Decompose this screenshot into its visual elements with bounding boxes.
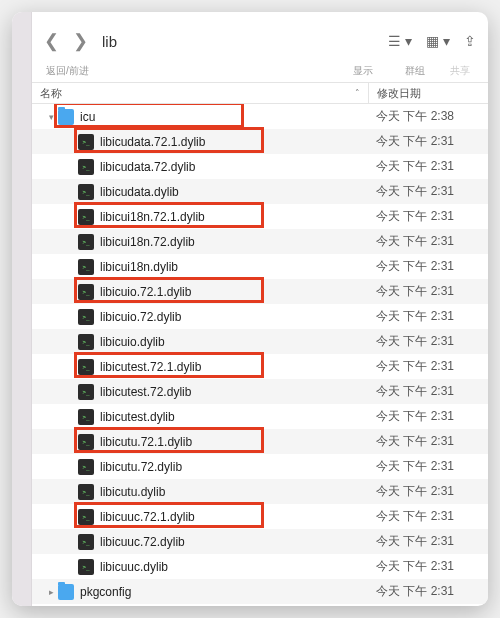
- date-col-label: 修改日期: [377, 86, 421, 101]
- dylib-file-icon: [78, 384, 94, 400]
- file-name: libicui18n.72.dylib: [100, 235, 368, 249]
- file-row[interactable]: libicudata.dylib今天 下午 2:31: [32, 179, 488, 204]
- dylib-file-icon: [78, 259, 94, 275]
- dylib-file-icon: [78, 484, 94, 500]
- dylib-file-icon: [78, 409, 94, 425]
- file-list[interactable]: ▾icu今天 下午 2:38libicudata.72.1.dylib今天 下午…: [32, 104, 488, 606]
- dylib-file-icon: [78, 284, 94, 300]
- share-sublabel: 共享: [444, 64, 476, 78]
- nav-sublabel: 返回/前进: [46, 64, 89, 78]
- dylib-file-icon: [78, 184, 94, 200]
- file-row[interactable]: libicutu.72.1.dylib今天 下午 2:31: [32, 429, 488, 454]
- modified-date: 今天 下午 2:31: [368, 308, 488, 325]
- file-row[interactable]: libicuuc.72.1.dylib今天 下午 2:31: [32, 504, 488, 529]
- file-name: libicuio.72.1.dylib: [100, 285, 368, 299]
- file-name: libicuio.72.dylib: [100, 310, 368, 324]
- file-name: libicudata.72.1.dylib: [100, 135, 368, 149]
- modified-date: 今天 下午 2:31: [368, 433, 488, 450]
- file-name: libicuio.dylib: [100, 335, 368, 349]
- file-row[interactable]: libicutest.72.1.dylib今天 下午 2:31: [32, 354, 488, 379]
- column-header-name[interactable]: 名称 ˄: [32, 83, 368, 103]
- dylib-file-icon: [78, 434, 94, 450]
- file-name: libicutu.dylib: [100, 485, 368, 499]
- file-row[interactable]: libicuio.72.dylib今天 下午 2:31: [32, 304, 488, 329]
- modified-date: 今天 下午 2:31: [368, 358, 488, 375]
- folder-icon: [58, 584, 74, 600]
- file-name: libicudata.dylib: [100, 185, 368, 199]
- window-title: lib: [102, 33, 117, 50]
- modified-date: 今天 下午 2:31: [368, 533, 488, 550]
- file-row[interactable]: libicui18n.dylib今天 下午 2:31: [32, 254, 488, 279]
- modified-date: 今天 下午 2:31: [368, 458, 488, 475]
- file-row[interactable]: libicudata.72.dylib今天 下午 2:31: [32, 154, 488, 179]
- disclosure-triangle[interactable]: ▸: [44, 587, 58, 597]
- file-name: pkgconfig: [80, 585, 368, 599]
- sidebar-strip: [12, 12, 32, 606]
- file-name: libicutest.dylib: [100, 410, 368, 424]
- modified-date: 今天 下午 2:31: [368, 208, 488, 225]
- toolbar-sublabels: 返回/前进 显示 群组 共享: [32, 64, 488, 82]
- name-col-label: 名称: [40, 86, 62, 101]
- file-name: libicutest.72.1.dylib: [100, 360, 368, 374]
- toolbar: ❮ ❯ lib ☰ ▾ ▦ ▾ ⇪: [32, 12, 488, 64]
- sort-ascending-icon: ˄: [355, 88, 360, 98]
- dylib-file-icon: [78, 559, 94, 575]
- column-header-date[interactable]: 修改日期: [368, 83, 488, 103]
- group-by-button[interactable]: ▦ ▾: [426, 34, 450, 48]
- grid-icon: ▦ ▾: [426, 34, 450, 48]
- column-header: 名称 ˄ 修改日期: [32, 82, 488, 104]
- modified-date: 今天 下午 2:31: [368, 183, 488, 200]
- file-name: libicudata.72.dylib: [100, 160, 368, 174]
- modified-date: 今天 下午 2:31: [368, 408, 488, 425]
- folder-row[interactable]: ▸pkgconfig今天 下午 2:31: [32, 579, 488, 604]
- modified-date: 今天 下午 2:31: [368, 233, 488, 250]
- modified-date: 今天 下午 2:31: [368, 483, 488, 500]
- group-sublabel: 群组: [392, 64, 438, 78]
- modified-date: 今天 下午 2:31: [368, 383, 488, 400]
- file-row[interactable]: libicui18n.72.dylib今天 下午 2:31: [32, 229, 488, 254]
- file-row[interactable]: libicudata.72.1.dylib今天 下午 2:31: [32, 129, 488, 154]
- file-row[interactable]: libicutest.dylib今天 下午 2:31: [32, 404, 488, 429]
- modified-date: 今天 下午 2:31: [368, 583, 488, 600]
- file-name: libicuuc.dylib: [100, 560, 368, 574]
- modified-date: 今天 下午 2:31: [368, 558, 488, 575]
- file-row[interactable]: libicuio.72.1.dylib今天 下午 2:31: [32, 279, 488, 304]
- file-row[interactable]: libicuuc.72.dylib今天 下午 2:31: [32, 529, 488, 554]
- modified-date: 今天 下午 2:31: [368, 158, 488, 175]
- list-view-icon: ☰ ▾: [388, 34, 412, 48]
- view-sublabel: 显示: [340, 64, 386, 78]
- forward-button[interactable]: ❯: [73, 30, 88, 52]
- modified-date: 今天 下午 2:31: [368, 283, 488, 300]
- dylib-file-icon: [78, 459, 94, 475]
- modified-date: 今天 下午 2:31: [368, 333, 488, 350]
- file-name: libicutest.72.dylib: [100, 385, 368, 399]
- dylib-file-icon: [78, 134, 94, 150]
- dylib-file-icon: [78, 334, 94, 350]
- back-button[interactable]: ❮: [44, 30, 59, 52]
- folder-row[interactable]: ▾icu今天 下午 2:38: [32, 104, 488, 129]
- dylib-file-icon: [78, 234, 94, 250]
- file-row[interactable]: libicui18n.72.1.dylib今天 下午 2:31: [32, 204, 488, 229]
- file-name: icu: [80, 110, 368, 124]
- file-row[interactable]: libicuuc.dylib今天 下午 2:31: [32, 554, 488, 579]
- dylib-file-icon: [78, 359, 94, 375]
- view-mode-button[interactable]: ☰ ▾: [388, 34, 412, 48]
- share-icon: ⇪: [464, 34, 476, 48]
- file-row[interactable]: libicutu.dylib今天 下午 2:31: [32, 479, 488, 504]
- file-name: libicuuc.72.1.dylib: [100, 510, 368, 524]
- file-name: libicutu.72.1.dylib: [100, 435, 368, 449]
- dylib-file-icon: [78, 309, 94, 325]
- file-row[interactable]: libicutu.72.dylib今天 下午 2:31: [32, 454, 488, 479]
- dylib-file-icon: [78, 534, 94, 550]
- dylib-file-icon: [78, 209, 94, 225]
- disclosure-triangle[interactable]: ▾: [44, 112, 58, 122]
- file-row[interactable]: libicutest.72.dylib今天 下午 2:31: [32, 379, 488, 404]
- file-row[interactable]: libicuio.dylib今天 下午 2:31: [32, 329, 488, 354]
- share-button[interactable]: ⇪: [464, 34, 476, 48]
- file-name: libicutu.72.dylib: [100, 460, 368, 474]
- finder-window: ❮ ❯ lib ☰ ▾ ▦ ▾ ⇪ 返回/前进 显示 群组 共享 名称 ˄: [12, 12, 488, 606]
- content-area: ❮ ❯ lib ☰ ▾ ▦ ▾ ⇪ 返回/前进 显示 群组 共享 名称 ˄: [32, 12, 488, 606]
- file-name: libicui18n.72.1.dylib: [100, 210, 368, 224]
- modified-date: 今天 下午 2:31: [368, 508, 488, 525]
- modified-date: 今天 下午 2:31: [368, 133, 488, 150]
